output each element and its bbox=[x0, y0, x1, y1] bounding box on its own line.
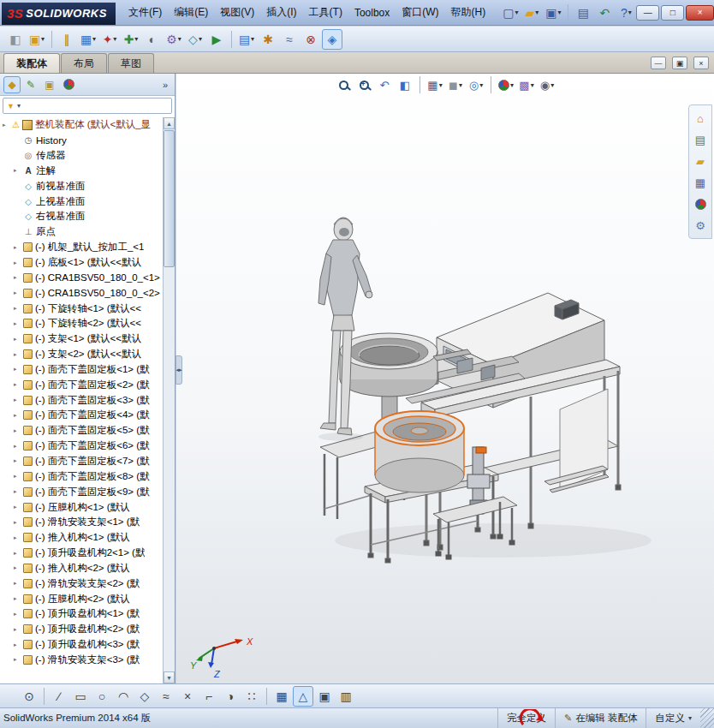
smart-dimension-icon[interactable]: ⊙ bbox=[19, 686, 39, 707]
tree-item[interactable]: ▸(-) 面壳下盖固定板<4> (默 bbox=[0, 408, 163, 423]
displaymanager-tab-icon[interactable] bbox=[60, 76, 77, 93]
sketch-pattern-icon[interactable]: ∷ bbox=[241, 686, 262, 707]
tree-item[interactable]: ▸(-) 面壳下盖固定板<8> (默 bbox=[0, 468, 163, 484]
appearances-icon[interactable] bbox=[691, 194, 710, 213]
configurationmanager-tab-icon[interactable]: ▣ bbox=[41, 76, 58, 93]
expand-chevron-icon[interactable]: ▸ bbox=[14, 457, 21, 464]
tree-item[interactable]: ◇前视基准面 bbox=[0, 178, 163, 194]
menu-window[interactable]: 窗口(W) bbox=[396, 3, 444, 22]
reference-geometry-icon[interactable]: ◇ bbox=[185, 29, 205, 50]
tree-item[interactable]: ▸(-) 滑轨安装支架<3> (默 bbox=[0, 653, 163, 668]
scroll-up-icon[interactable]: ▲ bbox=[164, 117, 175, 129]
expand-chevron-icon[interactable]: ▸ bbox=[14, 381, 21, 388]
tab-assembly[interactable]: 装配体 bbox=[3, 53, 60, 73]
minimize-button[interactable]: — bbox=[636, 5, 659, 21]
help-icon[interactable]: ? bbox=[616, 3, 636, 23]
expand-chevron-icon[interactable]: ▸ bbox=[14, 595, 21, 602]
design-library-icon[interactable]: ▤ bbox=[691, 130, 710, 149]
zoom-fit-icon[interactable] bbox=[334, 75, 353, 94]
hide-show-items-icon[interactable]: ◎ bbox=[467, 75, 485, 94]
menu-toolbox[interactable]: Toolbox bbox=[348, 4, 396, 21]
new-document-icon[interactable]: ▢ bbox=[500, 3, 521, 23]
tree-item[interactable]: ▸(-) 下旋转轴<1> (默认<< bbox=[0, 301, 163, 316]
scroll-down-icon[interactable]: ▼ bbox=[164, 671, 175, 683]
resize-grip[interactable] bbox=[700, 708, 714, 728]
expand-chevron-icon[interactable]: ▸ bbox=[14, 305, 21, 312]
menu-insert[interactable]: 插入(I) bbox=[260, 3, 302, 22]
doc-restore-button[interactable]: ▣ bbox=[672, 57, 687, 69]
apply-scene-icon[interactable]: ▩ bbox=[517, 75, 536, 94]
smart-fasteners-icon[interactable]: ✦ bbox=[99, 29, 120, 50]
arc-icon[interactable]: ◠ bbox=[113, 686, 134, 707]
tree-item[interactable]: ▸(-) 面壳下盖固定板<6> (默 bbox=[0, 439, 163, 454]
table-icon[interactable]: ▥ bbox=[336, 686, 356, 707]
menu-edit[interactable]: 编辑(E) bbox=[168, 3, 214, 22]
tree-item[interactable]: ▸(-) 面壳下盖固定板<9> (默 bbox=[0, 484, 163, 499]
edit-appearance-icon[interactable] bbox=[497, 75, 515, 94]
shaded-sketch-contours-icon[interactable]: △ bbox=[293, 686, 313, 707]
display-style-icon[interactable]: ◼ bbox=[446, 75, 465, 94]
open-icon[interactable]: ▰ bbox=[521, 3, 542, 23]
expand-chevron-icon[interactable]: ▸ bbox=[3, 122, 9, 128]
instant3d-icon[interactable]: ◈ bbox=[322, 29, 342, 50]
explode-line-sketch-icon[interactable]: ≈ bbox=[279, 29, 300, 50]
menu-help[interactable]: 帮助(H) bbox=[445, 3, 492, 22]
expand-chevron-icon[interactable]: ▸ bbox=[14, 564, 21, 571]
doc-close-button[interactable]: × bbox=[693, 57, 709, 69]
resources-home-icon[interactable]: ⌂ bbox=[691, 109, 710, 128]
section-view-icon[interactable]: ◧ bbox=[396, 75, 414, 94]
previous-view-icon[interactable]: ↶ bbox=[375, 75, 394, 94]
expand-chevron-icon[interactable]: ▸ bbox=[14, 289, 21, 296]
menu-tools[interactable]: 工具(T) bbox=[303, 3, 348, 22]
expand-chevron-icon[interactable]: ▸ bbox=[14, 580, 21, 587]
expand-chevron-icon[interactable]: ▸ bbox=[14, 167, 21, 174]
menu-view[interactable]: 视图(V) bbox=[214, 3, 260, 22]
filter-dropdown-icon[interactable]: ▾ bbox=[17, 102, 21, 110]
tree-item[interactable]: ⊥原点 bbox=[0, 224, 163, 240]
tree-item[interactable]: ▸(-) 机架_默认_按加工_<1 bbox=[0, 240, 163, 255]
rebuild-icon[interactable]: ↶ bbox=[594, 3, 615, 23]
tree-item[interactable]: ▸(-) 压膜机构<1> (默认 bbox=[0, 499, 163, 515]
scrollbar-thumb[interactable] bbox=[164, 130, 175, 267]
expand-chevron-icon[interactable]: ▸ bbox=[14, 274, 21, 281]
circle-icon[interactable]: ○ bbox=[92, 686, 112, 707]
expand-chevron-icon[interactable]: ▸ bbox=[14, 260, 21, 266]
expand-chevron-icon[interactable]: ▸ bbox=[14, 473, 21, 480]
tree-filter[interactable]: ▼ ▾ bbox=[3, 98, 172, 114]
operator-mannequin[interactable] bbox=[318, 218, 372, 441]
expand-chevron-icon[interactable]: ▸ bbox=[14, 641, 21, 648]
tree-item[interactable]: ▸(-) 滑轨安装支架<1> (默 bbox=[0, 515, 163, 530]
trim-entities-icon[interactable]: × bbox=[177, 686, 198, 707]
zoom-area-icon[interactable] bbox=[354, 75, 373, 94]
custom-properties-icon[interactable]: ⚙ bbox=[691, 216, 710, 235]
tree-item[interactable]: ◎传感器 bbox=[0, 148, 163, 164]
convert-entities-icon[interactable]: ⌐ bbox=[199, 686, 219, 707]
tree-item[interactable]: ▸(-) 面壳下盖固定板<7> (默 bbox=[0, 454, 163, 469]
view-settings-icon[interactable]: ◉ bbox=[538, 75, 556, 94]
tree-item[interactable]: ▸(-) 支架<1> (默认<<默认 bbox=[0, 331, 163, 347]
expand-chevron-icon[interactable]: ▸ bbox=[14, 320, 21, 327]
expand-chevron-icon[interactable]: ▸ bbox=[14, 626, 21, 633]
expand-chevron-icon[interactable]: ▸ bbox=[14, 443, 21, 450]
grid-icon[interactable]: ▦ bbox=[271, 686, 292, 707]
tree-item[interactable]: ▸(-) CRA1BSV50_180_0_<2> bbox=[0, 285, 163, 301]
tree-item[interactable]: ▸(-) 推入机构<2> (默认 bbox=[0, 560, 163, 576]
tree-item[interactable]: ▸(-) 支架<2> (默认<<默认 bbox=[0, 347, 163, 362]
tree-item[interactable]: ▸(-) 面壳下盖固定板<2> (默 bbox=[0, 377, 163, 392]
rectangle-icon[interactable]: ▭ bbox=[70, 686, 91, 707]
graphics-area[interactable]: ↶◧▦◼◎▩◉ ⌂▤▰▦⚙ X Y Z bbox=[176, 74, 714, 683]
expand-chevron-icon[interactable]: ▸ bbox=[14, 427, 21, 434]
move-component-icon[interactable]: ✚ bbox=[121, 29, 141, 50]
custom-scale-dropdown[interactable]: 自定义▾ bbox=[646, 708, 700, 728]
propertymanager-tab-icon[interactable]: ✎ bbox=[22, 76, 39, 93]
linear-pattern-icon[interactable]: ▦ bbox=[78, 29, 98, 50]
panel-expand-chevron[interactable]: » bbox=[163, 80, 171, 90]
interference-detection-icon[interactable]: ⊗ bbox=[300, 29, 321, 50]
expand-chevron-icon[interactable]: ▸ bbox=[14, 366, 21, 373]
tree-item[interactable]: ▸(-) 推入机构<1> (默认 bbox=[0, 530, 163, 546]
bowl-feeder-selected[interactable] bbox=[375, 411, 464, 492]
expand-chevron-icon[interactable]: ▸ bbox=[14, 504, 21, 510]
expand-chevron-icon[interactable]: ▸ bbox=[14, 656, 21, 663]
expand-chevron-icon[interactable]: ▸ bbox=[14, 397, 21, 403]
tree-item[interactable]: ▸(-) 压膜机构<2> (默认 bbox=[0, 591, 163, 606]
